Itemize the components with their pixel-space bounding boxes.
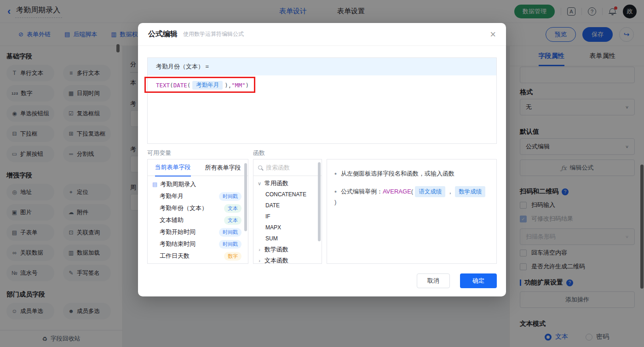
- variable-item[interactable]: 考勤年月时间戳: [148, 190, 248, 202]
- variables-scrollbar[interactable]: [244, 163, 247, 231]
- formula-editor-box: 考勤月份（文本） = TEXT(DATE(考勤年月),"MM"): [147, 57, 497, 144]
- field-chip[interactable]: 考勤年月: [192, 81, 223, 90]
- chevron-expanded-icon: ∨: [257, 181, 262, 187]
- modal-subtitle: 使用数学运算符编辑公式: [183, 30, 244, 38]
- chevron-collapsed-icon: ›: [257, 258, 262, 263]
- close-icon[interactable]: ×: [490, 29, 496, 40]
- formula-expression[interactable]: TEXT(DATE(考勤年月),"MM"): [156, 80, 249, 90]
- field-chip: 语文成绩: [415, 186, 445, 197]
- type-badge: 数字: [224, 252, 242, 261]
- modal-title: 公式编辑: [148, 29, 178, 39]
- function-group-text[interactable]: › 文本函数: [253, 255, 322, 264]
- variable-item[interactable]: 考勤开始时间时间戳: [148, 226, 248, 238]
- modal-footer: 取消 确定: [417, 273, 497, 288]
- type-badge: 文本: [224, 216, 242, 225]
- search-icon: [258, 165, 262, 170]
- function-group-math[interactable]: › 数学函数: [253, 244, 322, 255]
- variables-tree-root[interactable]: ▤ 考勤周期录入: [148, 178, 248, 190]
- variables-tabs: 当前表单字段 所有表单字段: [148, 159, 248, 176]
- type-badge: 时间戳: [219, 240, 242, 249]
- variable-item[interactable]: 考勤年份（文本）文本: [148, 202, 248, 214]
- tab-all-form-fields[interactable]: 所有表单字段: [198, 159, 248, 176]
- function-search-box[interactable]: [253, 159, 322, 176]
- variables-panel: 当前表单字段 所有表单字段 ▤ 考勤周期录入 考勤年月时间戳 考勤年份（文本）文…: [147, 159, 248, 264]
- cancel-button[interactable]: 取消: [417, 273, 450, 288]
- field-chip: 数学成绩: [455, 186, 485, 197]
- variable-item[interactable]: 考勤结束时间时间戳: [148, 238, 248, 250]
- formula-content-area[interactable]: TEXT(DATE(考勤年月),"MM"): [148, 75, 496, 143]
- bullet-icon: •: [334, 187, 337, 197]
- type-badge: 文本: [224, 204, 242, 213]
- function-group-common[interactable]: ∨ 常用函数: [253, 178, 322, 189]
- modal-body: 考勤月份（文本） = TEXT(DATE(考勤年月),"MM") 可用变量 函数…: [138, 46, 506, 296]
- variables-label: 可用变量: [147, 149, 171, 157]
- functions-tree: ∨ 常用函数 CONCATENATE DATE IF MAPX SUM › 数学…: [253, 176, 322, 264]
- type-badge: 时间戳: [219, 228, 242, 237]
- function-item[interactable]: IF: [253, 211, 322, 222]
- function-item[interactable]: SUM: [253, 233, 322, 244]
- variable-item[interactable]: 工作日天数数字: [148, 250, 248, 262]
- functions-scrollbar[interactable]: [318, 162, 321, 241]
- variable-item[interactable]: 文本辅助文本: [148, 214, 248, 226]
- chevron-collapsed-icon: ›: [257, 247, 262, 252]
- form-doc-icon: ▤: [152, 181, 157, 188]
- app-window: ‹ 考勤周期录入 表单设计 表单设置 数据管理 A ? 政 ⊘ 表单外链: [0, 0, 644, 347]
- help-line: • 从左侧面板选择字段名和函数，或输入函数: [334, 169, 489, 179]
- formula-help-panel: • 从左侧面板选择字段名和函数，或输入函数 • 公式编辑举例：AVERAGE(语…: [327, 159, 497, 264]
- formula-target-bar: 考勤月份（文本） =: [148, 58, 496, 75]
- function-item[interactable]: DATE: [253, 200, 322, 211]
- confirm-button[interactable]: 确定: [460, 273, 497, 288]
- function-search-input[interactable]: [266, 164, 312, 171]
- modal-header: 公式编辑 使用数学运算符编辑公式 ×: [138, 23, 506, 46]
- formula-edit-modal: 公式编辑 使用数学运算符编辑公式 × 考勤月份（文本） = TEXT(DATE(…: [138, 23, 506, 296]
- type-badge: 时间戳: [219, 192, 242, 201]
- bullet-icon: •: [334, 169, 337, 179]
- function-item[interactable]: MAPX: [253, 222, 322, 233]
- variables-tree: ▤ 考勤周期录入 考勤年月时间戳 考勤年份（文本）文本 文本辅助文本 考勤开始时…: [148, 176, 248, 262]
- formula-target-label: 考勤月份（文本） =: [156, 63, 209, 71]
- help-example-line: • 公式编辑举例：AVERAGE(语文成绩，数学成绩): [334, 186, 489, 207]
- functions-label: 函数: [253, 149, 265, 157]
- tab-current-form-fields[interactable]: 当前表单字段: [148, 159, 198, 176]
- function-item[interactable]: CONCATENATE: [253, 189, 322, 200]
- functions-panel: ∨ 常用函数 CONCATENATE DATE IF MAPX SUM › 数学…: [253, 159, 322, 264]
